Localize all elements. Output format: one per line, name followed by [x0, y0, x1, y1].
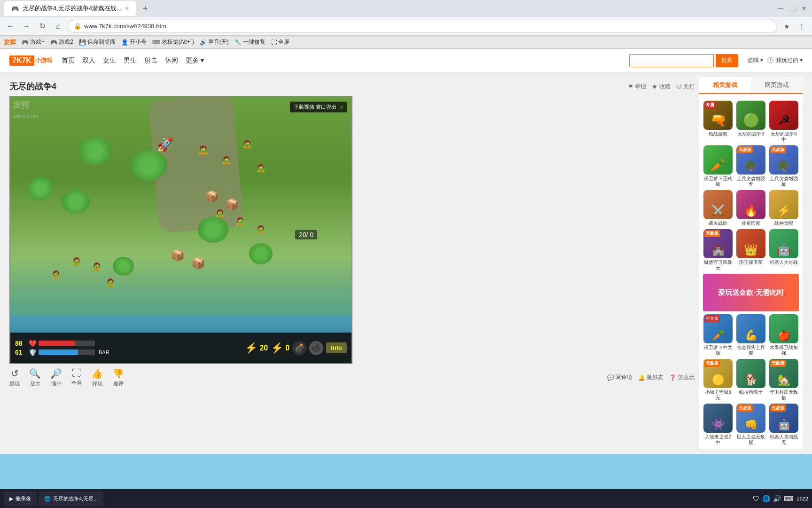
home-button[interactable]: ⌂: [52, 20, 65, 33]
replay-icon: ↺: [11, 368, 19, 379]
howtoplay-icon: ❓: [669, 374, 676, 381]
toolbar-game1[interactable]: 🎮游戏+: [22, 38, 45, 46]
close-window-icon[interactable]: ✕: [800, 3, 808, 14]
back-button[interactable]: ←: [4, 20, 17, 33]
toolbar-boss-key[interactable]: ⌨老板键(Alt+`): [152, 38, 194, 46]
hud-ammo2-value: 0: [285, 344, 289, 352]
search-button[interactable]: 搜索: [716, 54, 738, 67]
game-thumb-8[interactable]: 🔥 传奇国度: [736, 190, 766, 226]
replay-button[interactable]: ↺ 重玩: [9, 368, 20, 387]
nav-casual[interactable]: 休闲: [165, 56, 178, 65]
taskbar-game[interactable]: 🌐 无尽的战争4,无尽...: [39, 492, 103, 506]
fullscreen-button[interactable]: ⛶ 全屏: [71, 368, 82, 387]
user-history[interactable]: 🕐 我玩过的 ▾: [767, 56, 803, 64]
search-input[interactable]: [629, 54, 714, 67]
nav-2player[interactable]: 双人: [82, 56, 95, 65]
toolbar-game2[interactable]: 🎮游戏2: [50, 38, 73, 46]
toolbar-save-desktop[interactable]: 💾保存到桌面: [79, 38, 116, 46]
review-label: 写评论: [616, 373, 632, 381]
address-bar[interactable]: 🔒 www.7k7k.com/swf/24938.htm: [68, 20, 777, 33]
toolbar-sound[interactable]: 🔊声音(开): [200, 38, 229, 46]
taskbar: ▶ 能录像 🌐 无尽的战争4,无尽... 🛡 🌐 🔊 ⌨ 2022: [0, 489, 812, 508]
nav-home[interactable]: 首页: [62, 56, 75, 65]
user-login[interactable]: 盗哦 ▾: [748, 56, 763, 64]
nav-more[interactable]: 更多 ▾: [186, 56, 204, 65]
write-review-button[interactable]: 💬 写评论: [607, 373, 632, 381]
zoom-in-button[interactable]: 🔍 放大: [29, 368, 41, 387]
hud-armor-value: 61: [15, 349, 27, 356]
refresh-button[interactable]: ↻: [36, 20, 49, 33]
ad-banner[interactable]: 爱玩送金款·无需此时: [703, 274, 799, 311]
hud-info-button[interactable]: Info: [326, 342, 347, 353]
game-thumb-21[interactable]: 无敌版 🤖 机器人攻城战无: [769, 404, 799, 445]
game-thumb-17[interactable]: 🐕 帕拉狗骑士: [736, 359, 766, 401]
game-thumb-6[interactable]: 无敌版 🪖 士兵突袭增强板: [769, 145, 799, 187]
game-thumb-18[interactable]: 无敌版 🏡 守卫村庄无敌板: [769, 359, 799, 401]
game-thumb-11[interactable]: 👑 国王保卫军: [736, 229, 766, 271]
forward-button[interactable]: →: [20, 20, 33, 33]
game-thumb-19[interactable]: 👾 入侵者之战2中: [703, 404, 733, 445]
light-button[interactable]: ◎ 关灯: [676, 83, 695, 91]
game-canvas[interactable]: 发挥AIPAI.COM 🧟 🧟 🧟 🧟: [9, 96, 352, 364]
game-thumb-13[interactable]: 中文版 🥕 保卫萝卜中文版: [703, 314, 733, 356]
favorite-button[interactable]: ★ 收藏: [652, 83, 670, 91]
game-controls: ↺ 重玩 🔍 放大 🔎 缩小 ⛶ 全屏 👍 好玩: [9, 364, 695, 391]
game-thumb-7[interactable]: ⚔️ 裁夫战歌: [703, 190, 733, 226]
game-thumb-2[interactable]: 🟢 无尽的战争3: [736, 101, 766, 143]
invite-friend-button[interactable]: 🔔 激好友: [638, 373, 664, 381]
dislike-button[interactable]: 👎 差评: [112, 368, 124, 387]
browser-menu-icon[interactable]: ⋮: [795, 20, 808, 33]
site-logo: 7K7K 小游戏: [9, 56, 52, 66]
nav-shooter[interactable]: 射击: [144, 56, 157, 65]
main-nav: 首页 双人 女生 男生 射击 休闲 更多 ▾: [62, 56, 204, 65]
minimize-icon[interactable]: —: [776, 3, 785, 14]
tab-close-icon[interactable]: ×: [125, 5, 129, 12]
toolbar-small-account[interactable]: 👤开小号: [121, 38, 147, 46]
game-img-15: 🍎: [769, 314, 798, 343]
badge-1: 专属: [704, 102, 716, 109]
report-button[interactable]: ⚑ 举报: [628, 83, 646, 91]
system-tray: 🛡 🌐 🔊 ⌨: [753, 495, 793, 502]
game-title: 无尽的战争4: [9, 81, 56, 92]
game-img-4: 🥕: [703, 145, 733, 175]
toolbar-repair[interactable]: 🔧一键修复: [234, 38, 265, 46]
nav-boy[interactable]: 男生: [124, 56, 137, 65]
game-grid: 专属 🔫 枪战游戏 🟢 无尽的战争3 ☭ 无尽的战争6中: [703, 101, 799, 271]
game-thumb-10[interactable]: 无敌版 🏰 城堡守卫风暴无: [703, 229, 733, 271]
toolbar-fullscreen[interactable]: ⛶全屏: [271, 38, 289, 46]
tab-web-games[interactable]: 网页游戏: [751, 77, 803, 93]
new-tab-button[interactable]: +: [138, 1, 152, 16]
game-thumb-15[interactable]: 🍎 水果保卫战加强: [769, 314, 799, 356]
game-thumb-1[interactable]: 专属 🔫 枪战游戏: [703, 101, 733, 143]
tab-related-games[interactable]: 相关游戏: [699, 77, 751, 93]
game-thumb-12[interactable]: 🤖 机器人大对战: [769, 229, 799, 271]
game-thumb-4[interactable]: 🥕 保卫萝卜正式版: [703, 145, 733, 187]
howtoplay-button[interactable]: ❓ 怎么玩: [669, 373, 695, 381]
video-close-button[interactable]: ×: [340, 104, 343, 110]
game-thumb-5[interactable]: 无敌版 🪖 士兵突袭增强无: [736, 145, 766, 187]
game-img-20: 无敌版 👊: [736, 404, 765, 433]
game-label-13: 保卫萝卜中文版: [703, 345, 733, 356]
game-img-6: 无敌版 🪖: [769, 145, 798, 175]
taskbar-record[interactable]: ▶ 能录像: [4, 492, 37, 506]
extensions-icon[interactable]: ★: [780, 20, 793, 33]
hud-hp-icon: ❤️: [29, 340, 37, 347]
game-thumb-9[interactable]: ⚡ 战神觉醒: [769, 190, 799, 226]
game-thumb-20[interactable]: 无敌版 👊 巨人之战无敌版: [736, 404, 766, 445]
nav-girl[interactable]: 女生: [103, 56, 116, 65]
game-img-17: 🐕: [736, 359, 765, 388]
maximize-icon[interactable]: ⬜: [787, 3, 798, 14]
active-tab[interactable]: 🎮 无尽的战争4,无尽的战争4游戏在线... ×: [4, 1, 136, 16]
game-thumb-16[interactable]: 无敌版 🟡 小绿子守城5无: [703, 359, 733, 401]
speaker-icon: 🔊: [773, 495, 781, 502]
game-thumb-14[interactable]: 💪 合金弹头士兵突: [736, 314, 766, 356]
search-area: 搜索: [629, 54, 738, 67]
game-img-11: 👑: [736, 229, 765, 258]
like-button[interactable]: 👍 好玩: [91, 368, 103, 387]
game-toolbar: 发挥 🎮游戏+ 🎮游戏2 💾保存到桌面 👤开小号 ⌨老板键(Alt+`) 🔊声音…: [0, 36, 812, 49]
game-thumb-3[interactable]: ☭ 无尽的战争6中: [769, 101, 799, 143]
network-icon: 🌐: [762, 495, 770, 502]
game-label-11: 国王保卫军: [739, 260, 763, 265]
zoom-out-button[interactable]: 🔎 缩小: [50, 368, 62, 387]
sidebar-games: 专属 🔫 枪战游戏 🟢 无尽的战争3 ☭ 无尽的战争6中: [699, 94, 803, 449]
